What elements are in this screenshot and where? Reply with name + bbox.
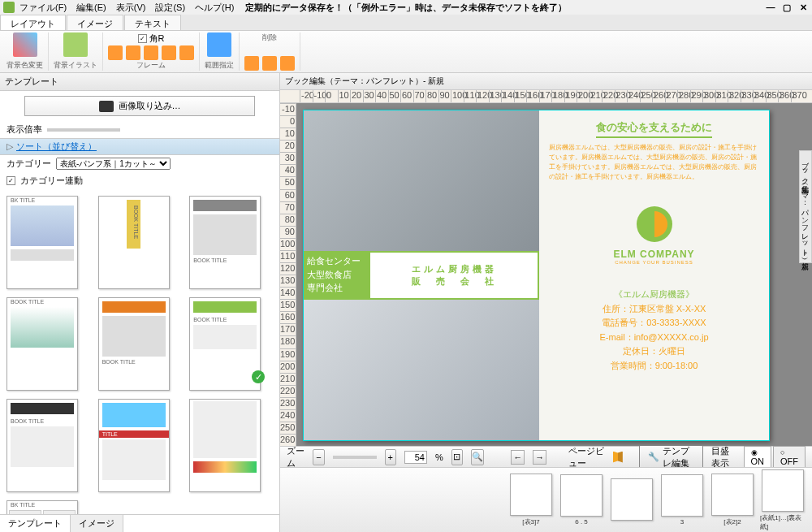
wrench-icon: 🔧: [648, 452, 659, 462]
category-select[interactable]: 表紙‐パンフ系｜1カット～: [56, 158, 171, 170]
page-thumbnail[interactable]: [表2]2: [710, 474, 755, 526]
ruler-off-option[interactable]: ○ OFF: [773, 446, 806, 469]
bg-color-label: 背景色変更: [6, 60, 43, 71]
frame-icon-1[interactable]: [108, 45, 123, 60]
flyer-heading: 食の安心を支えるために: [596, 120, 712, 138]
category-link-label: カテゴリー連動: [20, 175, 83, 187]
bottom-tab-template[interactable]: テンプレート: [0, 515, 71, 532]
maximize-button[interactable]: ▢: [781, 2, 793, 13]
page-thumbnail[interactable]: [609, 478, 654, 522]
range-label: 範囲指定: [205, 60, 234, 71]
range-icon[interactable]: [207, 32, 231, 57]
flyer-title: エルム厨房機器販 売 会 社: [369, 251, 539, 300]
zoom-in-button[interactable]: +: [385, 449, 396, 465]
zoom-ratio-label: 表示倍率: [6, 123, 42, 136]
template-item[interactable]: BOOK TITLE: [189, 196, 261, 289]
import-image-button[interactable]: 画像取り込み…: [24, 96, 255, 116]
page-prev-button[interactable]: ←: [511, 450, 525, 465]
template-panel-title: テンプレート: [0, 73, 279, 91]
page-thumbnail[interactable]: 6 . 5: [559, 474, 604, 526]
zoom-fit-button[interactable]: ⊡: [451, 449, 463, 465]
book-icon[interactable]: [613, 452, 623, 463]
ruler-display-label: 目盛表示: [711, 445, 736, 469]
template-item[interactable]: BOOK TITLE: [6, 297, 78, 391]
bg-illust-icon[interactable]: [63, 32, 88, 57]
horizontal-ruler: -20-100102030405060708090100110120130140…: [280, 90, 812, 103]
zoom-out-button[interactable]: −: [313, 449, 324, 465]
sort-expand-icon: ▷: [6, 141, 13, 152]
company-logo-icon: [637, 206, 672, 242]
zoom-search-button[interactable]: 🔍: [471, 449, 484, 465]
frame-label: フレーム: [136, 60, 166, 71]
corner-r-label: 角R: [149, 32, 165, 45]
flyer-photo-bottom: [304, 300, 539, 440]
zoom-ratio-slider[interactable]: [47, 128, 120, 132]
zoom-pct-label: %: [435, 452, 443, 462]
document-title: ブック編集（テーマ：パンフレット）- 新規: [280, 73, 812, 90]
menu-view[interactable]: 表示(V): [113, 1, 149, 15]
contact-info: 《エルム厨房機器》 住所：江東区常盤 X-X-XX電話番号：03-3333-XX…: [599, 288, 708, 374]
corner-r-checkbox[interactable]: ✓: [138, 34, 147, 43]
flyer-subtitle: 給食センター大型飲食店専門会社: [304, 251, 369, 300]
template-item[interactable]: TITLE: [98, 399, 170, 492]
frame-icon-3[interactable]: [144, 45, 158, 60]
bg-illust-label: 背景イラスト: [54, 60, 97, 71]
company-logo-text: ELM COMPANY: [613, 249, 694, 260]
tab-text[interactable]: テキスト: [124, 15, 181, 30]
canvas-area[interactable]: 給食センター大型飲食店専門会社 エルム厨房機器販 売 会 社 食の安心を支えるた…: [296, 103, 812, 446]
page-thumbnail[interactable]: 3: [659, 474, 705, 526]
ruler-on-option[interactable]: ◉ ON: [744, 446, 772, 469]
tab-image[interactable]: イメージ: [67, 15, 123, 30]
menu-edit[interactable]: 編集(E): [73, 1, 110, 15]
camera-icon: [99, 101, 114, 112]
pageview-label: ページビュー: [568, 445, 605, 469]
bottom-tab-image[interactable]: イメージ: [71, 515, 123, 532]
sort-row[interactable]: ▷ ソート（並び替え）: [0, 138, 279, 155]
delete-label: 削除: [262, 32, 277, 43]
template-item[interactable]: [189, 399, 261, 492]
template-item[interactable]: BOOK TITLE: [98, 297, 170, 391]
company-tagline: CHANGE YOUR BUSINESS: [615, 260, 693, 265]
template-item[interactable]: BK TITLE: [6, 196, 78, 289]
category-label: カテゴリー: [6, 158, 51, 170]
template-item[interactable]: BOOK TITLE: [6, 399, 78, 492]
delete-icon-1[interactable]: [244, 56, 259, 71]
vertical-ruler: -100102030405060708090100110120130140150…: [280, 103, 296, 446]
minimize-button[interactable]: —: [765, 2, 776, 13]
side-tab[interactable]: ブック編集（テーマ：パンフレット）- 新規: [799, 150, 812, 263]
zoom-input[interactable]: [404, 451, 427, 464]
menu-settings[interactable]: 設定(S): [152, 1, 188, 15]
frame-icon-5[interactable]: [179, 45, 194, 60]
zoom-label: ズーム: [287, 445, 304, 469]
delete-icon-2[interactable]: [262, 56, 277, 71]
page-thumbnail[interactable]: [表紙1]…[裏表紙]: [760, 469, 806, 531]
template-item-selected[interactable]: BOOK TITLE: [189, 297, 261, 391]
template-item[interactable]: BOOK TITLE: [98, 196, 170, 289]
page-next-button[interactable]: →: [533, 450, 546, 465]
delete-icon-3[interactable]: [280, 56, 295, 71]
zoom-slider[interactable]: [333, 456, 377, 459]
frame-icon-4[interactable]: [162, 45, 176, 60]
window-title: 定期的にデータ保存を！（「例外エラー」時は、データ未保存でソフトを終了）: [245, 2, 567, 14]
page-spread[interactable]: 給食センター大型飲食店専門会社 エルム厨房機器販 売 会 社 食の安心を支えるた…: [303, 110, 770, 441]
flyer-photo-top: [304, 110, 539, 251]
tab-layout[interactable]: レイアウト: [0, 15, 66, 30]
menu-help[interactable]: ヘルプ(H): [192, 1, 237, 15]
page-thumbnail[interactable]: [表3]7: [508, 474, 554, 526]
category-link-checkbox[interactable]: ✓: [6, 176, 15, 185]
app-icon: [3, 2, 15, 13]
close-button[interactable]: ✕: [797, 2, 809, 13]
bg-color-icon[interactable]: [13, 32, 37, 57]
flyer-body-text: 厨房機器エルムでは、大型厨房機器の販売、厨房の設計・施工を手掛けています。厨房機…: [549, 143, 759, 182]
menu-file[interactable]: ファイル(F): [16, 1, 70, 15]
frame-icon-2[interactable]: [126, 45, 140, 60]
template-item[interactable]: BK TITLE: [6, 500, 78, 514]
